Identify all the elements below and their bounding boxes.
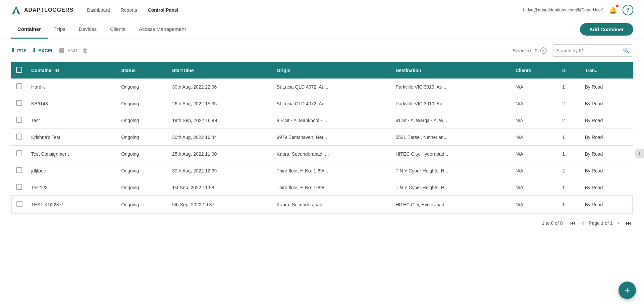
row-d: 2 xyxy=(558,112,581,129)
select-all-checkbox[interactable] xyxy=(16,67,22,73)
row-checkbox[interactable] xyxy=(16,134,22,140)
row-destination: T N Y Cyber Heights, H... xyxy=(391,179,511,196)
table-header: Container ID Status StartTime Origin Des… xyxy=(11,62,633,79)
table-row[interactable]: Hardik Ongoing 30th Aug, 2022 22:06 St L… xyxy=(11,79,633,95)
row-status: Ongoing xyxy=(117,179,168,196)
table-row[interactable]: jdljfpoe Ongoing 30th Aug, 2022 12:39 Th… xyxy=(11,162,633,179)
row-checkbox[interactable] xyxy=(16,184,22,190)
table-row[interactable]: Test Ongoing 19th Sep, 2022 16:49 8 B St… xyxy=(11,112,633,129)
row-checkbox[interactable] xyxy=(16,167,22,173)
end-label: END xyxy=(67,48,77,53)
row-destination: T N Y Cyber Heights, H... xyxy=(391,162,511,179)
logo-loggers: LOGGERS xyxy=(44,7,73,13)
header-clients: Clients xyxy=(512,62,558,79)
row-start-time: 30th Aug, 2022 22:06 xyxy=(168,79,273,95)
tabs: Container Trips Devices Clients Access M… xyxy=(11,20,193,39)
row-checkbox[interactable] xyxy=(16,117,22,123)
row-status: Ongoing xyxy=(117,146,168,162)
excel-label: EXCEL xyxy=(38,48,54,53)
table-row[interactable]: Krishna's Test Ongoing 30th Aug, 2022 16… xyxy=(11,129,633,146)
row-d: 1 xyxy=(558,179,581,196)
page-last-button[interactable]: ⏭ xyxy=(624,219,633,227)
row-clients: N/A xyxy=(512,162,558,179)
row-checkbox[interactable] xyxy=(16,201,22,207)
end-toggle[interactable]: END xyxy=(59,48,77,53)
header-checkbox-cell xyxy=(11,62,27,79)
table-row[interactable]: Test123 Ongoing 1st Sep, 2022 11:58 Thir… xyxy=(11,179,633,196)
excel-icon: ⬇ xyxy=(32,47,36,54)
page-next-button[interactable]: › xyxy=(615,219,621,227)
clear-selection-button[interactable]: ✕ xyxy=(540,47,547,54)
row-status: Ongoing xyxy=(117,79,168,95)
row-status: Ongoing xyxy=(117,162,168,179)
pdf-button[interactable]: ⬇ PDF xyxy=(11,47,26,54)
search-button[interactable]: 🔍 xyxy=(620,45,633,56)
row-start-time: 1st Sep, 2022 11:58 xyxy=(168,179,273,196)
row-destination: HITEC City, Hyderabad... xyxy=(391,146,511,162)
row-origin: Kapra, Secunderabad, ... xyxy=(273,196,392,213)
selected-label: Selected : 0 xyxy=(513,48,537,53)
toolbar: ⬇ PDF ⬇ EXCEL END 🗑 Selected : 0 ✕ 🔍 xyxy=(0,39,644,62)
table-row[interactable]: TEST-KD22371 Ongoing 9th Sep, 2022 19:37… xyxy=(11,196,633,213)
header-row: Container ID Status StartTime Origin Des… xyxy=(11,62,633,79)
row-origin: Kapra, Secunderabad, ... xyxy=(273,146,392,162)
row-origin: Third floor, H.No: 1-89/... xyxy=(273,162,392,179)
tab-clients[interactable]: Clients xyxy=(103,20,132,39)
row-checkbox-cell xyxy=(11,112,27,129)
row-destination: 5521 Eersel, Netherlan... xyxy=(391,129,511,146)
toolbar-left: ⬇ PDF ⬇ EXCEL END 🗑 xyxy=(11,47,89,54)
header-container-id: Container ID xyxy=(27,62,117,79)
info-icon[interactable]: ℹ xyxy=(635,149,644,158)
add-container-button[interactable]: Add Container xyxy=(580,23,633,36)
row-container-id: Test xyxy=(27,112,117,129)
nav-control-panel[interactable]: Control Panel xyxy=(148,6,178,14)
tabs-bar: Container Trips Devices Clients Access M… xyxy=(0,20,644,39)
tab-devices[interactable]: Devices xyxy=(72,20,103,39)
row-container-id: Test Consignment xyxy=(27,146,117,162)
row-status: Ongoing xyxy=(117,129,168,146)
tab-container[interactable]: Container xyxy=(11,20,48,39)
tab-access-management[interactable]: Access Management xyxy=(132,20,193,39)
search-input[interactable] xyxy=(552,45,620,56)
row-clients: N/A xyxy=(512,112,558,129)
row-status: Ongoing xyxy=(117,95,168,112)
row-tran: By Road xyxy=(581,95,633,112)
main-nav: Dashboard Reports Control Panel xyxy=(87,6,178,14)
row-status: Ongoing xyxy=(117,112,168,129)
page-prev-button[interactable]: ‹ xyxy=(580,219,586,227)
pdf-icon: ⬇ xyxy=(11,47,15,54)
row-checkbox[interactable] xyxy=(16,83,22,89)
header-left: ADAPTLOGGERS Dashboard Reports Control P… xyxy=(11,5,178,15)
bell-icon[interactable]: 🔔 xyxy=(609,6,617,14)
logo-icon xyxy=(11,5,21,15)
page-first-button[interactable]: ⏮ xyxy=(568,219,578,227)
row-checkbox[interactable] xyxy=(16,150,22,156)
row-clients: N/A xyxy=(512,196,558,213)
row-clients: N/A xyxy=(512,129,558,146)
nav-dashboard[interactable]: Dashboard xyxy=(87,6,110,14)
pagination-range: 1 to 8 of 8 xyxy=(542,220,562,226)
row-checkbox[interactable] xyxy=(16,100,22,106)
container-table: Container ID Status StartTime Origin Des… xyxy=(11,62,633,213)
excel-button[interactable]: ⬇ EXCEL xyxy=(32,47,54,54)
table-row[interactable]: Test Consignment Ongoing 25th Aug, 2022 … xyxy=(11,146,633,162)
tab-trips[interactable]: Trips xyxy=(48,20,72,39)
row-destination: HITEC City, Hyderabad... xyxy=(391,196,511,213)
row-d: 1 xyxy=(558,129,581,146)
page-label: Page 1 of 1 xyxy=(589,220,613,226)
row-tran: By Road xyxy=(581,146,633,162)
row-checkbox-cell xyxy=(11,79,27,95)
table-row[interactable]: KB6143 Ongoing 26th Aug, 2022 15:35 St L… xyxy=(11,95,633,112)
logo-text: ADAPTLOGGERS xyxy=(24,7,73,13)
row-origin: St Lucia QLD 4072, Au... xyxy=(273,79,392,95)
toolbar-right: Selected : 0 ✕ 🔍 xyxy=(513,44,633,57)
row-clients: N/A xyxy=(512,146,558,162)
bell-wrapper: 🔔 xyxy=(609,6,617,14)
help-button[interactable]: ? xyxy=(623,5,633,15)
header-origin: Origin xyxy=(273,62,392,79)
header-status: Status xyxy=(117,62,168,79)
delete-button[interactable]: 🗑 xyxy=(83,47,89,54)
nav-reports[interactable]: Reports xyxy=(121,6,137,14)
header-right: bidya@adaptideations.com@[SuperUser] 🔔 ? xyxy=(523,5,633,15)
user-email: bidya@adaptideations.com@[SuperUser] xyxy=(523,7,603,12)
